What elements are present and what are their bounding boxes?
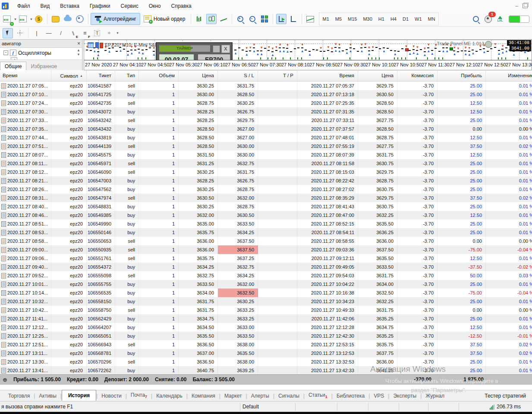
column-header-7[interactable]: T / P [258,70,297,81]
menu-item-Окно[interactable]: Окно [144,1,166,11]
table-row[interactable]: 2020.11.27 12:25...epz20106565051buy1363… [0,332,532,340]
tab-Новости[interactable]: Новости [98,391,125,401]
tab-Маркет[interactable]: Маркет [220,391,246,401]
trade-panel-close-button[interactable]: X [221,45,230,53]
equidistant-channel-tool-button[interactable]: ∥E [68,28,78,38]
table-row[interactable]: 2020.11.27 07:24...epz20106542735sell136… [0,99,532,107]
tab-Компания[interactable]: Компания [188,391,219,401]
timeframe-button-H1[interactable]: H1 [375,15,387,23]
navigator-tab-Избранное[interactable]: Избранное [26,62,61,71]
table-row[interactable]: 2020.11.27 11:41...epz20106562429buy1363… [0,314,532,323]
table-row[interactable]: 2020.11.27 12:51...epz20106566943sell136… [0,340,532,349]
menu-item-Файл[interactable]: Файл [12,1,35,11]
horizontal-line-tool-button[interactable]: — [44,28,54,38]
scroll-down-icon[interactable]: ▼ [77,53,80,56]
menu-item-Вставка[interactable]: Вставка [55,1,85,11]
table-row[interactable]: 2020.11.27 13:41...epz20106572262buy1364… [0,366,532,375]
column-header-0[interactable]: Время [0,70,51,81]
column-header-5[interactable]: Цена [179,70,218,81]
table-row[interactable]: 2020.11.27 09:40...epz20106554372buy1363… [0,263,532,271]
menu-item-Вид[interactable]: Вид [35,1,55,11]
table-row[interactable]: 2020.11.27 07:10...epz20106541725buy1363… [0,90,532,99]
chart-plot-area[interactable]: EPZ20, M10: E-Mini S&P 50 Trade Panel ME… [84,40,532,60]
column-header-1[interactable]: Символ▲ [51,70,87,81]
table-row[interactable]: 2020.11.27 07:33...epz20106543242sell136… [0,116,532,125]
column-header-11[interactable]: Прибыль [438,70,486,81]
navigator-close-icon[interactable]: × [77,41,80,46]
table-row[interactable]: 2020.11.27 08:21...epz20106547003buy1362… [0,176,532,185]
column-header-12[interactable]: Изменение [486,70,532,81]
table-row[interactable]: 2020.11.27 08:46...epz20106549385buy1363… [0,211,532,220]
arrows-dropdown-icon[interactable]: ▼ [116,31,119,34]
tab-Алерты[interactable]: Алерты [247,391,273,401]
tab-Почта[interactable]: Почта7 [127,390,151,401]
tab-Сигналы[interactable]: Сигналы [274,391,303,401]
auto-scroll-button[interactable] [276,14,286,24]
arrows-tool-button[interactable]: ✧ [104,28,114,38]
tile-windows-button[interactable] [259,14,270,24]
signals-service-button[interactable] [75,14,85,24]
algo-trading-button[interactable]: Алготрейдинг [91,13,140,25]
new-chart-button[interactable]: + [2,14,12,24]
trade-panel-button[interactable] [213,45,220,53]
timeframe-button-M1[interactable]: M1 [319,15,332,23]
timeframe-button-H4[interactable]: H4 [387,15,400,23]
timeframe-button-W1[interactable]: W1 [412,15,425,23]
table-row[interactable]: 2020.11.27 08:51...epz20106549990buy1363… [0,220,532,228]
column-header-9[interactable]: Цена [358,70,397,81]
menu-item-Сервис[interactable]: Сервис [116,1,144,11]
market-watch-icon[interactable] [88,42,94,48]
table-row[interactable]: 2020.11.27 12:12...epz20106564207buy1363… [0,323,532,332]
new-order-button[interactable]: + Новый ордер [140,13,189,25]
column-header-6[interactable]: S / L [218,70,258,81]
profile-selector[interactable]: Default [242,401,259,412]
cloud-button[interactable] [63,14,73,24]
indicators-button[interactable] [305,14,315,24]
notifications-button[interactable]: 1 [483,14,493,24]
summary-expand-icon[interactable]: ⊕ [3,375,7,385]
candle-chart-mode-button[interactable] [206,14,217,24]
tab-Активы[interactable]: Активы [35,391,60,401]
table-row[interactable]: 2020.11.27 07:05...epz20106541587sell136… [0,82,532,90]
profiles-dropdown-icon[interactable]: ▼ [30,18,33,21]
timeframe-button-M15[interactable]: M15 [345,15,360,23]
menu-item-Графики[interactable]: Графики [85,1,116,11]
line-chart-mode-button[interactable] [218,14,229,24]
table-row[interactable]: 2020.11.27 07:51...epz20106544139sell136… [0,142,532,151]
table-row[interactable]: 2020.11.27 08:53...epz20106550146buy1363… [0,228,532,237]
table-row[interactable]: 2020.11.27 07:35...epz20106543432buy1362… [0,125,532,133]
tab-Торговля[interactable]: Торговля [4,391,34,401]
tab-Статьи[interactable]: Статьи1 [305,390,331,401]
quotes-button[interactable] [50,14,61,24]
new-chart-dropdown-icon[interactable]: ▼ [14,18,17,21]
lvl-button[interactable]: LVL [495,14,505,24]
scroll-up-icon[interactable]: ▲ [77,49,80,52]
column-header-4[interactable]: Объем [139,70,179,81]
column-header-8[interactable]: Время [297,70,358,81]
column-header-3[interactable]: Тип [115,70,139,81]
symbols-button[interactable]: $ [34,14,44,24]
table-row[interactable]: 2020.11.27 08:58...epz20106550653sell136… [0,237,532,245]
cursor-tool-button[interactable] [3,28,13,38]
chart-shift-button[interactable] [288,14,299,24]
text-tool-button[interactable]: T [92,28,102,38]
table-row[interactable]: 2020.11.27 13:11...epz20106568781buy1363… [0,349,532,358]
tab-Библиотека[interactable]: Библиотека [333,391,368,401]
connection-toggle[interactable] [509,16,529,23]
tree-collapse-icon[interactable]: − [3,50,8,55]
minimize-button[interactable]: – [515,3,518,9]
navigator-tab-Общие[interactable]: Общие [0,62,26,71]
column-header-10[interactable]: Комиссия [397,70,438,81]
table-row[interactable]: 2020.11.27 10:14...epz20106556535buy1363… [0,289,532,297]
table-row[interactable]: 2020.11.27 10:01...epz20106555755buy1363… [0,280,532,289]
trendline-tool-button[interactable]: / [56,28,66,38]
table-row[interactable]: 2020.11.27 08:40...epz20106548831buy1363… [0,202,532,211]
table-row[interactable]: 2020.11.27 08:07...epz20106545575buy1363… [0,151,532,159]
table-row[interactable]: 2020.11.27 08:31...epz20106547974sell136… [0,194,532,202]
table-row[interactable]: 2020.11.27 08:12...epz20106546090sell136… [0,168,532,176]
timeframe-button-D1[interactable]: D1 [400,15,412,23]
bar-chart-mode-button[interactable] [194,14,205,24]
table-row[interactable]: 2020.11.27 09:52...epz20106555098sell136… [0,271,532,280]
table-row[interactable]: 2020.11.27 10:42...epz20106558750sell136… [0,306,532,314]
chart-window[interactable]: EPZ20, M10: E-Mini S&P 50 Trade Panel ME… [84,40,532,70]
